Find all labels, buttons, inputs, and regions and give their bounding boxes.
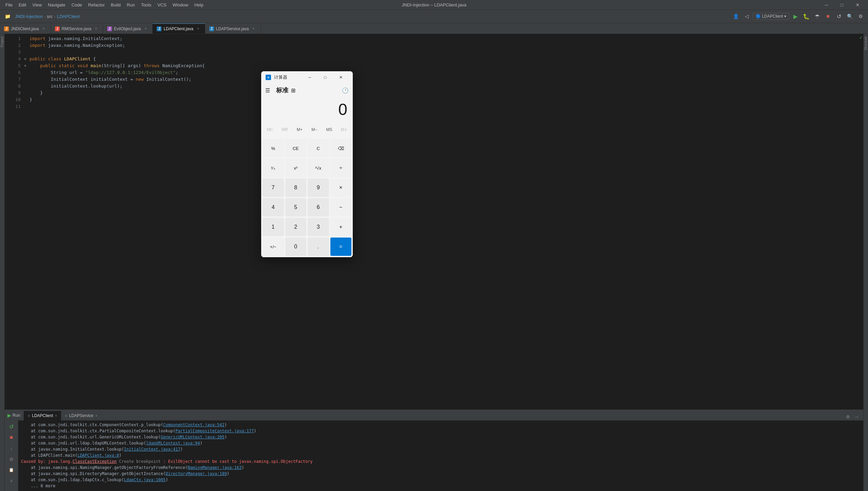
tab-close-ldapclient[interactable]: × — [195, 26, 201, 32]
bottom-tab-ldapservice[interactable]: ≡ LDAPService × — [61, 411, 101, 420]
menu-refactor[interactable]: Refactor — [85, 2, 108, 8]
tab-close-evilobject[interactable]: × — [143, 26, 148, 32]
tab-label-jndiclient: JNDIClient.java — [11, 26, 39, 31]
breadcrumb-src[interactable]: src — [47, 14, 53, 19]
calc-0-button[interactable]: 0 — [285, 238, 307, 256]
bottom-tab-close-service[interactable]: × — [95, 414, 97, 418]
file-tabs: J JNDIClient.java × J RMIService.java × … — [0, 23, 868, 34]
clear-icon[interactable]: ⊘ — [7, 454, 16, 464]
calc-3-button[interactable]: 3 — [308, 218, 329, 236]
calc-plus-button[interactable]: + — [330, 218, 352, 236]
settings-icon[interactable]: ⚙ — [856, 12, 865, 21]
log-line-8: at javax.naming.spi.NamingManager.getObj… — [21, 465, 861, 471]
debug-button[interactable]: 🐛 — [802, 12, 811, 21]
code-content[interactable]: import javax.naming.InitialContext; impo… — [28, 34, 859, 410]
log-line-1: at com.sun.jndi.toolkit.ctx.ComponentCon… — [21, 422, 861, 428]
tab-ldapclient[interactable]: J LDAPClient.java × — [153, 23, 205, 34]
tab-label-rmiservice: RMIService.java — [62, 26, 91, 31]
scroll-end-icon[interactable]: ↓ — [7, 443, 16, 453]
menu-vcs[interactable]: VCS — [155, 2, 169, 8]
menu-build[interactable]: Build — [108, 2, 123, 8]
panel-minimize-icon[interactable]: ─ — [853, 413, 861, 420]
menu-code[interactable]: Code — [69, 2, 85, 8]
bottom-content-area: ↺ ■ ↓ ⊘ 📋 ≡ at com.sun.jndi.toolkit.ctx.… — [5, 420, 863, 491]
run-config-dropdown[interactable]: 🔵 LDAPClient ▾ — [753, 13, 789, 20]
fold-4[interactable]: ▼ — [23, 56, 28, 62]
minimize-button[interactable]: ─ — [818, 0, 834, 10]
mem-ms-button[interactable]: MS — [322, 124, 337, 135]
calc-2-button[interactable]: 2 — [285, 218, 307, 236]
calc-decimal-button[interactable]: . — [308, 238, 329, 256]
calc-percent-button[interactable]: % — [263, 139, 284, 157]
rerun-button[interactable]: ↺ — [834, 12, 844, 21]
calc-9-button[interactable]: 9 — [308, 178, 329, 197]
calc-7-button[interactable]: 7 — [263, 178, 284, 197]
calc-5-button[interactable]: 5 — [285, 198, 307, 216]
right-strip-structure[interactable]: Structure — [864, 34, 868, 53]
calc-ce-button[interactable]: CE — [285, 139, 307, 157]
maximize-button[interactable]: □ — [834, 0, 850, 10]
calc-divide-button[interactable]: ÷ — [330, 159, 352, 177]
calc-negate-button[interactable]: +/− — [263, 238, 284, 256]
log-icon[interactable]: 📋 — [7, 465, 16, 475]
code-editor[interactable]: 1 2 3 4 ▶ 5 ▶ 6 7 8 9 10 11 — [5, 34, 863, 410]
line-num-2: 2 — [5, 42, 21, 49]
menu-tools[interactable]: Tools — [138, 2, 154, 8]
stop-button[interactable]: ■ — [823, 12, 833, 21]
mem-mv-button[interactable]: M∨ — [336, 124, 351, 135]
close-button[interactable]: ✕ — [850, 0, 865, 10]
breadcrumb-project[interactable]: JNDI-Injection — [15, 14, 43, 19]
tab-rmiservice[interactable]: J RMIService.java × — [51, 23, 103, 34]
mem-mr-button[interactable]: MR — [277, 124, 292, 135]
tab-jndiclient[interactable]: J JNDIClient.java × — [0, 23, 51, 34]
mem-mminus-button[interactable]: M− — [307, 124, 322, 135]
calc-minus-button[interactable]: − — [330, 198, 352, 216]
menu-view[interactable]: View — [30, 2, 44, 8]
calc-hamburger-icon[interactable]: ☰ — [265, 87, 273, 94]
menu-window[interactable]: Window — [170, 2, 191, 8]
back-icon[interactable]: ◁ — [742, 12, 751, 21]
calc-8-button[interactable]: 8 — [285, 178, 307, 197]
profile-icon[interactable]: 👤 — [731, 12, 740, 21]
tab-close-ldapservice[interactable]: × — [251, 26, 256, 32]
coverage-button[interactable]: ☂ — [812, 12, 822, 21]
menu-navigate[interactable]: Navigate — [45, 2, 68, 8]
menu-run[interactable]: Run — [124, 2, 138, 8]
project-panel-icon[interactable]: Project — [0, 34, 4, 50]
calc-square-button[interactable]: x² — [285, 159, 307, 177]
restart-icon[interactable]: ↺ — [7, 422, 16, 431]
mem-mc-button[interactable]: MC — [263, 124, 277, 135]
bottom-tab-ldapclient[interactable]: ≡ LDAPClient × — [24, 411, 61, 420]
tab-close-jndiclient[interactable]: × — [41, 26, 46, 32]
filter-icon[interactable]: ≡ — [7, 476, 16, 486]
calc-backspace-button[interactable]: ⌫ — [330, 139, 352, 157]
tab-ldapservice[interactable]: J LDAPService.java × — [205, 23, 261, 34]
stop-icon[interactable]: ■ — [7, 433, 16, 442]
calc-1-button[interactable]: 1 — [263, 218, 284, 236]
calc-history-icon[interactable]: 🕐 — [342, 87, 349, 94]
calc-4-button[interactable]: 4 — [263, 198, 284, 216]
bottom-tab-close-ldap[interactable]: × — [55, 414, 57, 418]
menu-edit[interactable]: Edit — [16, 2, 29, 8]
breadcrumb-file[interactable]: LDAPClient — [57, 14, 80, 19]
calc-multiply-button[interactable]: × — [330, 178, 352, 197]
panel-settings-icon[interactable]: ⚙ — [844, 413, 852, 420]
search-icon[interactable]: 🔍 — [845, 12, 854, 21]
calc-equals-button[interactable]: = — [330, 238, 352, 256]
menu-file[interactable]: File — [3, 2, 15, 8]
project-icon[interactable]: 📁 — [3, 12, 12, 21]
tab-close-rmiservice[interactable]: × — [93, 26, 99, 32]
calc-close-button[interactable]: ✕ — [333, 72, 349, 83]
calc-reciprocal-button[interactable]: ¹⁄ₓ — [263, 159, 284, 177]
run-button[interactable]: ▶ — [791, 12, 800, 21]
calc-6-button[interactable]: 6 — [308, 198, 329, 216]
calc-graph-icon[interactable]: ⊞ — [291, 87, 295, 94]
calc-minimize-button[interactable]: ─ — [302, 72, 317, 83]
calc-sqrt-button[interactable]: ²√x — [308, 159, 329, 177]
tab-evilobject[interactable]: J EvilObject.java × — [103, 23, 153, 34]
fold-5[interactable]: ▼ — [23, 62, 28, 69]
calc-c-button[interactable]: C — [308, 139, 329, 157]
mem-mplus-button[interactable]: M+ — [292, 124, 307, 135]
calc-maximize-button[interactable]: □ — [317, 72, 333, 83]
menu-help[interactable]: Help — [192, 2, 206, 8]
